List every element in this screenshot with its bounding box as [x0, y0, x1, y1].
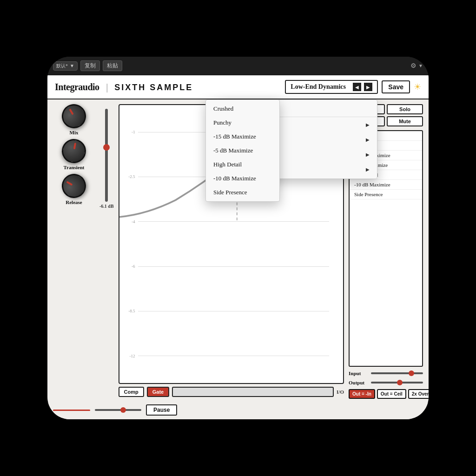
compression-arrow-icon: ▶: [366, 152, 370, 157]
submenu-item-crushed[interactable]: Crushed: [206, 102, 279, 116]
save-button[interactable]: Save: [382, 80, 410, 93]
input-label: Input: [349, 370, 368, 376]
input-slider-thumb[interactable]: [409, 370, 414, 376]
left-controls: Mix Transient Release: [53, 104, 95, 399]
output-buttons: Out = -In Out = Ceil 2x Over: [349, 389, 423, 399]
io-bar: [172, 387, 334, 397]
logo-sixth-sample: SIXTH SAMPLE: [114, 83, 193, 92]
transient-knob-group: Transient: [62, 139, 86, 170]
output-label: Output: [349, 380, 368, 385]
plugin-header: Integraudio | SIXTH SAMPLE Low-End Dynam…: [47, 75, 429, 99]
submenu-item-10db[interactable]: -10 dB Maximize: [206, 172, 279, 185]
preset-next-btn[interactable]: ▶: [364, 83, 372, 91]
preset-prev-btn[interactable]: ◀: [353, 83, 361, 91]
io-label: I/O: [337, 389, 344, 395]
settings-arrow-icon: ▼: [418, 63, 423, 68]
release-knob-group: Release: [62, 174, 86, 205]
copy-menu-btn[interactable]: 复制: [80, 60, 100, 71]
output-slider-thumb[interactable]: [397, 380, 403, 385]
preset-selector[interactable]: Low-End Dynamics ◀ ▶: [285, 80, 378, 94]
plugin-body: Integraudio | SIXTH SAMPLE Low-End Dynam…: [47, 75, 429, 419]
title-bar: 默认* ▼ 复制 粘贴 ⚙ ▼: [47, 57, 429, 75]
pause-button[interactable]: Pause: [146, 404, 177, 416]
preset-dropdown-label: 默认*: [56, 63, 68, 69]
preset-10db[interactable]: -10 dB Maximize: [350, 180, 422, 190]
mute-button[interactable]: Mute: [387, 116, 423, 126]
bottom-slider[interactable]: [95, 409, 141, 411]
two-x-over-button[interactable]: 2x Over: [408, 389, 429, 399]
level-slider[interactable]: [105, 109, 108, 202]
out-eq-ceil-button[interactable]: Out = Ceil: [377, 389, 406, 399]
preset-name: Low-End Dynamics: [291, 83, 350, 91]
mix-knob-group: Mix: [62, 104, 86, 135]
output-slider[interactable]: [371, 382, 423, 383]
out-eq-in-button[interactable]: Out = -In: [349, 389, 375, 399]
transient-knob[interactable]: [60, 137, 88, 165]
settings-icon[interactable]: ⚙: [410, 62, 416, 70]
grid-label-4: -6: [124, 264, 135, 269]
submenu-item-highdetail[interactable]: High Detail: [206, 158, 279, 172]
mix-label: Mix: [70, 130, 79, 135]
bottom-controls: Comp Gate I/O: [119, 387, 344, 399]
gate-button[interactable]: Gate: [147, 387, 169, 397]
mix-knob[interactable]: [57, 99, 90, 132]
app-container: 默认* ▼ 复制 粘贴 ⚙ ▼ Integraudio | SIXTH SAMP…: [47, 57, 429, 419]
submenu-item-5db[interactable]: -5 dB Maximize: [206, 144, 279, 158]
dropdown-arrow-icon: ▼: [70, 63, 74, 68]
header-right: Low-End Dynamics ◀ ▶ Save ☀: [285, 80, 421, 94]
plugin-logo: Integraudio | SIXTH SAMPLE: [55, 82, 193, 93]
db-value-label: -6.1 dB: [99, 204, 114, 209]
preset-submenu: Crushed Punchy -15 dB Maximize -5 dB Max…: [205, 99, 280, 202]
title-bar-left: 默认* ▼ 复制 粘贴: [53, 60, 122, 71]
release-label: Release: [66, 199, 82, 205]
solo-button[interactable]: Solo: [387, 104, 423, 114]
logo-integraudio: Integraudio: [55, 82, 99, 92]
bottom-slider-thumb[interactable]: [120, 407, 126, 413]
comp-button[interactable]: Comp: [119, 387, 144, 397]
grid-label-6: -12: [124, 354, 135, 358]
submenu-item-punchy[interactable]: Punchy: [206, 116, 279, 130]
release-knob[interactable]: [57, 169, 90, 202]
input-slider[interactable]: [371, 372, 423, 374]
output-row: Output: [349, 380, 423, 385]
preset-sidepresence[interactable]: Side Presence: [350, 190, 422, 199]
paste-menu-btn[interactable]: 粘贴: [103, 60, 122, 71]
red-accent-line: [53, 410, 90, 411]
input-row: Input: [349, 370, 423, 376]
gate-arrow-icon: ▶: [366, 167, 370, 172]
grid-label-5: -8.5: [124, 309, 135, 313]
bottom-strip: Pause: [47, 403, 429, 419]
preset-dropdown[interactable]: 默认* ▼: [53, 61, 78, 71]
transient-label: Transient: [63, 165, 84, 170]
sun-icon: ☀: [414, 82, 421, 92]
logo-separator: |: [106, 82, 110, 92]
clip-arrow-icon: ▶: [366, 122, 370, 127]
submenu-item-sidepresence[interactable]: Side Presence: [206, 185, 279, 199]
user-arrow-icon: ▶: [366, 137, 370, 142]
submenu-item-15db[interactable]: -15 dB Maximize: [206, 130, 279, 144]
level-slider-thumb[interactable]: [103, 144, 110, 151]
